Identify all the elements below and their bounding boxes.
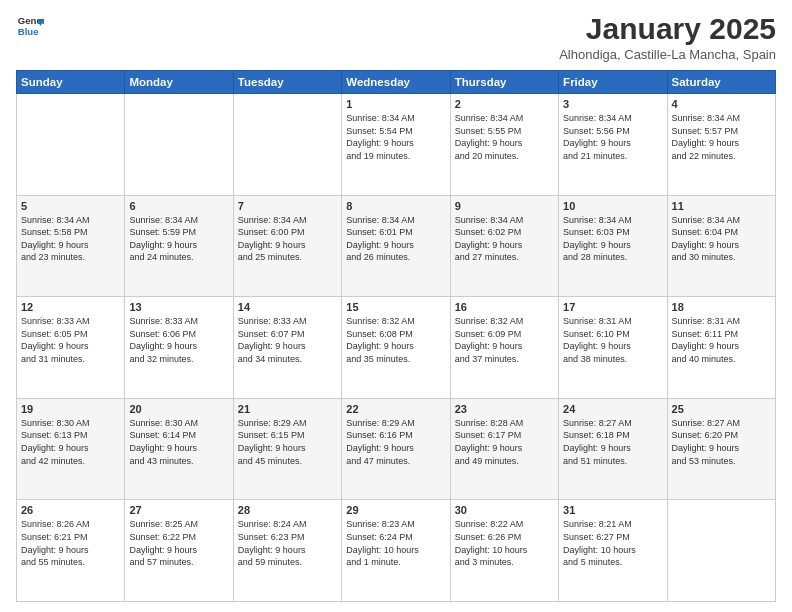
col-wednesday: Wednesday	[342, 71, 450, 94]
day-info: Sunrise: 8:32 AM Sunset: 6:09 PM Dayligh…	[455, 315, 554, 365]
day-number: 11	[672, 200, 771, 212]
day-info: Sunrise: 8:27 AM Sunset: 6:20 PM Dayligh…	[672, 417, 771, 467]
calendar-cell: 11Sunrise: 8:34 AM Sunset: 6:04 PM Dayli…	[667, 195, 775, 297]
calendar-cell: 26Sunrise: 8:26 AM Sunset: 6:21 PM Dayli…	[17, 500, 125, 602]
day-info: Sunrise: 8:34 AM Sunset: 5:57 PM Dayligh…	[672, 112, 771, 162]
calendar-cell: 4Sunrise: 8:34 AM Sunset: 5:57 PM Daylig…	[667, 94, 775, 196]
day-number: 17	[563, 301, 662, 313]
day-number: 2	[455, 98, 554, 110]
day-info: Sunrise: 8:32 AM Sunset: 6:08 PM Dayligh…	[346, 315, 445, 365]
day-number: 22	[346, 403, 445, 415]
day-number: 29	[346, 504, 445, 516]
logo-icon: General Blue	[16, 12, 44, 40]
day-number: 23	[455, 403, 554, 415]
day-info: Sunrise: 8:34 AM Sunset: 5:55 PM Dayligh…	[455, 112, 554, 162]
col-saturday: Saturday	[667, 71, 775, 94]
calendar-cell: 6Sunrise: 8:34 AM Sunset: 5:59 PM Daylig…	[125, 195, 233, 297]
day-number: 21	[238, 403, 337, 415]
day-info: Sunrise: 8:29 AM Sunset: 6:15 PM Dayligh…	[238, 417, 337, 467]
calendar-header-row: Sunday Monday Tuesday Wednesday Thursday…	[17, 71, 776, 94]
day-number: 30	[455, 504, 554, 516]
calendar-cell: 10Sunrise: 8:34 AM Sunset: 6:03 PM Dayli…	[559, 195, 667, 297]
day-info: Sunrise: 8:34 AM Sunset: 6:04 PM Dayligh…	[672, 214, 771, 264]
day-number: 3	[563, 98, 662, 110]
col-thursday: Thursday	[450, 71, 558, 94]
calendar-week-row-3: 19Sunrise: 8:30 AM Sunset: 6:13 PM Dayli…	[17, 398, 776, 500]
day-number: 10	[563, 200, 662, 212]
calendar-cell: 20Sunrise: 8:30 AM Sunset: 6:14 PM Dayli…	[125, 398, 233, 500]
calendar-cell: 15Sunrise: 8:32 AM Sunset: 6:08 PM Dayli…	[342, 297, 450, 399]
day-number: 18	[672, 301, 771, 313]
day-info: Sunrise: 8:22 AM Sunset: 6:26 PM Dayligh…	[455, 518, 554, 568]
header: General Blue January 2025 Alhondiga, Cas…	[16, 12, 776, 62]
calendar-cell: 28Sunrise: 8:24 AM Sunset: 6:23 PM Dayli…	[233, 500, 341, 602]
day-info: Sunrise: 8:25 AM Sunset: 6:22 PM Dayligh…	[129, 518, 228, 568]
calendar-cell: 5Sunrise: 8:34 AM Sunset: 5:58 PM Daylig…	[17, 195, 125, 297]
col-monday: Monday	[125, 71, 233, 94]
day-number: 26	[21, 504, 120, 516]
day-info: Sunrise: 8:34 AM Sunset: 6:01 PM Dayligh…	[346, 214, 445, 264]
calendar-cell: 21Sunrise: 8:29 AM Sunset: 6:15 PM Dayli…	[233, 398, 341, 500]
page: General Blue January 2025 Alhondiga, Cas…	[0, 0, 792, 612]
day-info: Sunrise: 8:34 AM Sunset: 5:54 PM Dayligh…	[346, 112, 445, 162]
day-info: Sunrise: 8:34 AM Sunset: 6:00 PM Dayligh…	[238, 214, 337, 264]
calendar-table: Sunday Monday Tuesday Wednesday Thursday…	[16, 70, 776, 602]
calendar-cell: 13Sunrise: 8:33 AM Sunset: 6:06 PM Dayli…	[125, 297, 233, 399]
day-number: 31	[563, 504, 662, 516]
day-info: Sunrise: 8:34 AM Sunset: 5:58 PM Dayligh…	[21, 214, 120, 264]
day-number: 9	[455, 200, 554, 212]
calendar-cell: 2Sunrise: 8:34 AM Sunset: 5:55 PM Daylig…	[450, 94, 558, 196]
calendar-cell: 9Sunrise: 8:34 AM Sunset: 6:02 PM Daylig…	[450, 195, 558, 297]
day-info: Sunrise: 8:33 AM Sunset: 6:05 PM Dayligh…	[21, 315, 120, 365]
day-number: 4	[672, 98, 771, 110]
calendar-week-row-1: 5Sunrise: 8:34 AM Sunset: 5:58 PM Daylig…	[17, 195, 776, 297]
day-info: Sunrise: 8:34 AM Sunset: 6:02 PM Dayligh…	[455, 214, 554, 264]
day-number: 8	[346, 200, 445, 212]
calendar-cell	[125, 94, 233, 196]
calendar-cell: 12Sunrise: 8:33 AM Sunset: 6:05 PM Dayli…	[17, 297, 125, 399]
day-info: Sunrise: 8:33 AM Sunset: 6:06 PM Dayligh…	[129, 315, 228, 365]
day-info: Sunrise: 8:34 AM Sunset: 6:03 PM Dayligh…	[563, 214, 662, 264]
day-info: Sunrise: 8:34 AM Sunset: 5:56 PM Dayligh…	[563, 112, 662, 162]
day-number: 7	[238, 200, 337, 212]
calendar-cell: 14Sunrise: 8:33 AM Sunset: 6:07 PM Dayli…	[233, 297, 341, 399]
calendar-cell: 31Sunrise: 8:21 AM Sunset: 6:27 PM Dayli…	[559, 500, 667, 602]
day-info: Sunrise: 8:27 AM Sunset: 6:18 PM Dayligh…	[563, 417, 662, 467]
day-number: 12	[21, 301, 120, 313]
day-info: Sunrise: 8:31 AM Sunset: 6:11 PM Dayligh…	[672, 315, 771, 365]
day-number: 13	[129, 301, 228, 313]
day-number: 6	[129, 200, 228, 212]
day-number: 27	[129, 504, 228, 516]
svg-text:Blue: Blue	[18, 26, 39, 37]
calendar-cell: 1Sunrise: 8:34 AM Sunset: 5:54 PM Daylig…	[342, 94, 450, 196]
day-info: Sunrise: 8:23 AM Sunset: 6:24 PM Dayligh…	[346, 518, 445, 568]
day-info: Sunrise: 8:26 AM Sunset: 6:21 PM Dayligh…	[21, 518, 120, 568]
calendar-week-row-2: 12Sunrise: 8:33 AM Sunset: 6:05 PM Dayli…	[17, 297, 776, 399]
day-info: Sunrise: 8:21 AM Sunset: 6:27 PM Dayligh…	[563, 518, 662, 568]
day-number: 28	[238, 504, 337, 516]
day-number: 24	[563, 403, 662, 415]
calendar-cell: 17Sunrise: 8:31 AM Sunset: 6:10 PM Dayli…	[559, 297, 667, 399]
subtitle: Alhondiga, Castille-La Mancha, Spain	[559, 47, 776, 62]
day-number: 16	[455, 301, 554, 313]
calendar-cell: 30Sunrise: 8:22 AM Sunset: 6:26 PM Dayli…	[450, 500, 558, 602]
title-block: January 2025 Alhondiga, Castille-La Manc…	[559, 12, 776, 62]
day-number: 20	[129, 403, 228, 415]
calendar-cell: 18Sunrise: 8:31 AM Sunset: 6:11 PM Dayli…	[667, 297, 775, 399]
calendar-cell: 24Sunrise: 8:27 AM Sunset: 6:18 PM Dayli…	[559, 398, 667, 500]
day-info: Sunrise: 8:31 AM Sunset: 6:10 PM Dayligh…	[563, 315, 662, 365]
calendar-cell: 8Sunrise: 8:34 AM Sunset: 6:01 PM Daylig…	[342, 195, 450, 297]
calendar-cell: 25Sunrise: 8:27 AM Sunset: 6:20 PM Dayli…	[667, 398, 775, 500]
calendar-cell: 23Sunrise: 8:28 AM Sunset: 6:17 PM Dayli…	[450, 398, 558, 500]
calendar-week-row-4: 26Sunrise: 8:26 AM Sunset: 6:21 PM Dayli…	[17, 500, 776, 602]
day-number: 15	[346, 301, 445, 313]
day-number: 1	[346, 98, 445, 110]
day-info: Sunrise: 8:34 AM Sunset: 5:59 PM Dayligh…	[129, 214, 228, 264]
day-info: Sunrise: 8:30 AM Sunset: 6:14 PM Dayligh…	[129, 417, 228, 467]
calendar-cell	[17, 94, 125, 196]
calendar-cell: 7Sunrise: 8:34 AM Sunset: 6:00 PM Daylig…	[233, 195, 341, 297]
day-info: Sunrise: 8:33 AM Sunset: 6:07 PM Dayligh…	[238, 315, 337, 365]
calendar-cell: 27Sunrise: 8:25 AM Sunset: 6:22 PM Dayli…	[125, 500, 233, 602]
day-number: 19	[21, 403, 120, 415]
col-friday: Friday	[559, 71, 667, 94]
